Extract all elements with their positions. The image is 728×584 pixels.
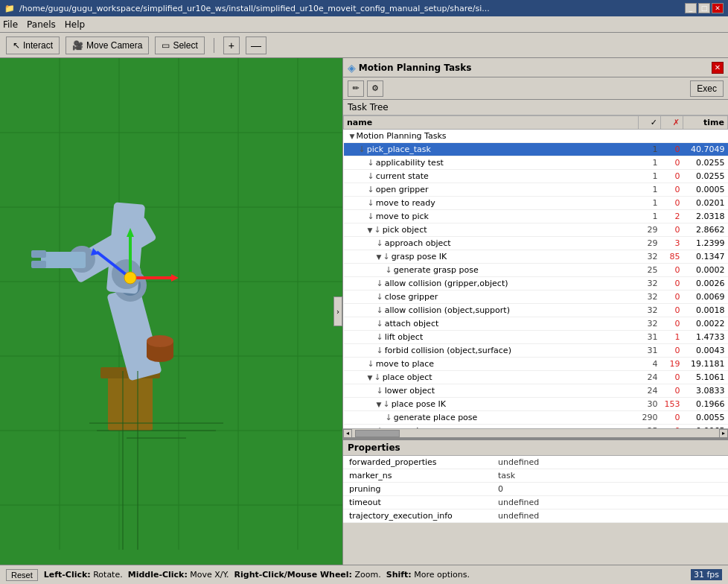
property-row: marker_nstask xyxy=(343,469,728,483)
time-col-header[interactable]: time xyxy=(683,116,728,130)
settings-button[interactable]: ⚙ xyxy=(367,80,383,97)
row-x-cell: 0 xyxy=(661,277,683,291)
mpt-header: ◈ Motion Planning Tasks ✕ xyxy=(343,58,728,77)
row-check-cell: 32 xyxy=(639,304,661,317)
table-row[interactable]: ▼↓grasp pose IK32850.1347 xyxy=(344,250,728,264)
row-time-cell: 0.0005 xyxy=(683,183,728,197)
table-row[interactable]: ↓attach object3200.0022 xyxy=(344,317,728,331)
task-tree-container[interactable]: name ✓ ✗ time ▼Motion Planning Tasks↓pic… xyxy=(343,115,728,428)
move-camera-button[interactable]: 🎥 Move Camera xyxy=(66,36,149,54)
check-col-header[interactable]: ✓ xyxy=(639,116,661,130)
panels-menu[interactable]: Panels xyxy=(27,19,56,30)
table-row[interactable]: ↓move to place41919.1181 xyxy=(344,358,728,371)
row-name-cell: ▼↓pick object xyxy=(344,223,639,237)
row-x-cell: 0 xyxy=(661,291,683,304)
row-time-cell: 2.8662 xyxy=(683,223,728,237)
table-row[interactable]: ↓pick_place_task1040.7049 xyxy=(344,143,728,156)
svg-rect-22 xyxy=(31,250,46,258)
titlebar-left: 📁 /home/gugu/gugu_workspace/simplified_u… xyxy=(4,4,490,13)
row-x-cell: 85 xyxy=(661,250,683,264)
table-row[interactable]: ↓allow collision (gripper,object)3200.00… xyxy=(344,277,728,291)
row-time-cell: 1.2399 xyxy=(683,237,728,250)
row-name-cell: ▼↓place pose IK xyxy=(344,398,639,411)
row-x-cell: 0 xyxy=(661,317,683,331)
row-check-cell: 1 xyxy=(639,183,661,197)
camera-icon: 🎥 xyxy=(72,40,83,51)
table-row[interactable]: ↓allow collision (object,support)3200.00… xyxy=(344,304,728,317)
table-row[interactable]: ↓generate place pose29000.0055 xyxy=(344,411,728,425)
row-check-cell: 30 xyxy=(639,398,661,411)
select-button[interactable]: ▭ Select xyxy=(155,36,204,54)
row-time-cell: 0.0069 xyxy=(683,291,728,304)
toolbar: ↖ Interact 🎥 Move Camera ▭ Select + — xyxy=(0,33,728,58)
table-row[interactable]: ↓open gripper100.0005 xyxy=(344,183,728,197)
table-row[interactable]: ↓close gripper3200.0069 xyxy=(344,291,728,304)
table-row[interactable]: ↓lower object2403.0833 xyxy=(344,384,728,398)
mpt-icon: ◈ xyxy=(348,62,356,74)
interact-button[interactable]: ↖ Interact xyxy=(6,36,60,54)
row-check-cell: 290 xyxy=(639,411,661,425)
table-row[interactable]: ↓current state100.0255 xyxy=(344,170,728,183)
property-value: task xyxy=(492,469,728,483)
reset-button[interactable]: Reset xyxy=(6,569,38,581)
add-button[interactable]: + xyxy=(223,36,240,54)
row-check-cell: 4 xyxy=(639,358,661,371)
row-x-cell: 2 xyxy=(661,210,683,223)
scroll-right-arrow[interactable]: ▸ xyxy=(719,429,728,438)
row-x-cell: 0 xyxy=(661,344,683,358)
row-name-cell: ↓generate place pose xyxy=(344,411,639,425)
row-name-cell: ↓attach object xyxy=(344,317,639,331)
help-menu[interactable]: Help xyxy=(65,19,85,30)
table-row[interactable]: ▼↓place pose IK301530.1966 xyxy=(344,398,728,411)
row-time-cell: 0.0018 xyxy=(683,304,728,317)
viewport[interactable]: › xyxy=(0,58,342,565)
mpt-close-button[interactable]: ✕ xyxy=(712,62,724,74)
table-row[interactable]: ▼Motion Planning Tasks xyxy=(344,130,728,143)
property-key: marker_ns xyxy=(343,469,492,483)
close-button[interactable]: ✕ xyxy=(712,3,724,13)
properties-panel: Properties forwarded_propertiesundefined… xyxy=(343,439,728,565)
row-check-cell: 24 xyxy=(639,384,661,398)
remove-button[interactable]: — xyxy=(246,36,266,54)
titlebar-controls: _ □ ✕ xyxy=(685,3,724,13)
name-col-header[interactable]: name xyxy=(344,116,639,130)
row-name-cell: ↓move to place xyxy=(344,358,639,371)
row-name-cell: ↓allow collision (object,support) xyxy=(344,304,639,317)
table-row[interactable]: ▼↓pick object2902.8662 xyxy=(344,223,728,237)
scrollbar-thumb[interactable] xyxy=(355,430,400,437)
svg-rect-12 xyxy=(108,371,153,431)
table-row[interactable]: ↓forbid collision (object,surface)3100.0… xyxy=(344,344,728,358)
task-tree-label: Task Tree xyxy=(343,100,728,115)
mpt-header-left: ◈ Motion Planning Tasks xyxy=(348,62,471,74)
select-icon: ▭ xyxy=(162,40,170,51)
x-col-header[interactable]: ✗ xyxy=(661,116,683,130)
row-name-cell: ↓move to pick xyxy=(344,210,639,223)
row-check-cell: 1 xyxy=(639,210,661,223)
maximize-button[interactable]: □ xyxy=(698,3,710,13)
row-time-cell: 0.0026 xyxy=(683,277,728,291)
table-row[interactable]: ↓move to pick122.0318 xyxy=(344,210,728,223)
table-row[interactable]: ↓generate grasp pose2500.0002 xyxy=(344,264,728,277)
row-check-cell: 32 xyxy=(639,317,661,331)
table-row[interactable]: ↓lift object3111.4733 xyxy=(344,331,728,344)
statusbar: Reset Left-Click: Rotate. Middle-Click: … xyxy=(0,565,728,584)
property-key: pruning xyxy=(343,483,492,496)
table-row[interactable]: ↓approach object2931.2399 xyxy=(344,237,728,250)
row-name-cell: ↓applicability test xyxy=(344,156,639,170)
exec-button[interactable]: Exec xyxy=(690,80,724,97)
table-row[interactable]: ↓applicability test100.0255 xyxy=(344,156,728,170)
file-menu[interactable]: File xyxy=(3,19,18,30)
row-x-cell xyxy=(661,130,683,143)
row-time-cell: 40.7049 xyxy=(683,143,728,156)
property-value: undefined xyxy=(492,456,728,469)
collapse-handle[interactable]: › xyxy=(333,296,342,326)
table-row[interactable]: ▼↓place object2405.1061 xyxy=(344,371,728,384)
row-name-cell: ↓generate grasp pose xyxy=(344,264,639,277)
row-x-cell: 0 xyxy=(661,156,683,170)
row-time-cell: 0.1966 xyxy=(683,398,728,411)
scroll-left-arrow[interactable]: ◂ xyxy=(343,429,352,438)
edit-button[interactable]: ✏ xyxy=(348,80,364,97)
horizontal-scrollbar[interactable]: ◂ ▸ xyxy=(343,428,728,437)
minimize-button[interactable]: _ xyxy=(685,3,697,13)
table-row[interactable]: ↓move to ready100.0201 xyxy=(344,197,728,210)
